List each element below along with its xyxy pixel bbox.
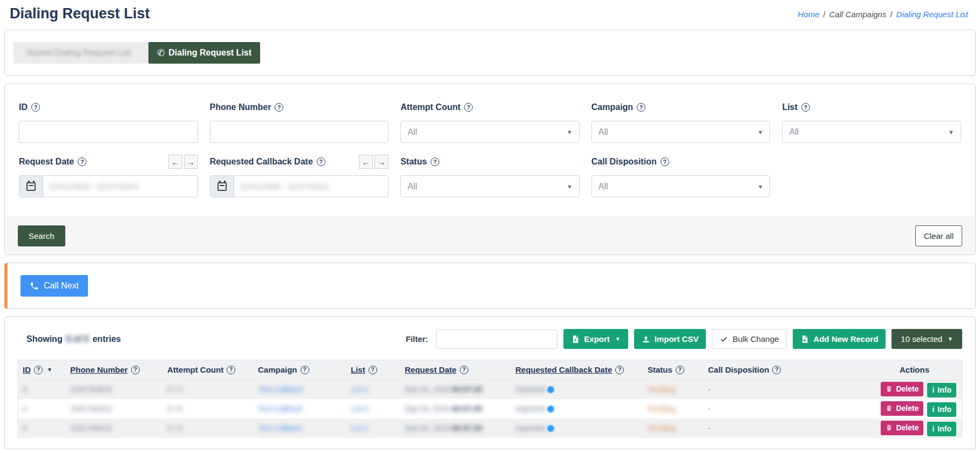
- phone-callback-icon: ✆: [157, 47, 165, 59]
- campaign-select[interactable]: All▼: [591, 121, 771, 143]
- id-input[interactable]: [19, 121, 198, 143]
- help-icon[interactable]: ?: [275, 103, 283, 112]
- cell-campaign-link[interactable]: Test Callback: [258, 385, 303, 394]
- add-new-record-button[interactable]: Add New Record: [793, 329, 886, 349]
- help-icon[interactable]: ?: [772, 366, 781, 374]
- info-button[interactable]: iInfo: [927, 383, 956, 397]
- breadcrumb-current-link[interactable]: Dialing Request List: [896, 10, 968, 19]
- help-icon[interactable]: ?: [301, 366, 309, 374]
- help-icon[interactable]: ?: [801, 103, 810, 112]
- breadcrumb: Home/Call Campaigns/Dialing Request List: [798, 5, 970, 19]
- tab-sorted-dialing-request-list[interactable]: Sorted Dialing Request List: [13, 42, 148, 64]
- callback-date-range-input[interactable]: 01/01/2000 - 02/27/2023: [210, 175, 389, 197]
- help-icon[interactable]: ?: [317, 157, 325, 166]
- campaign-label: Campaign: [591, 102, 633, 112]
- trash-icon: [886, 385, 893, 393]
- cell-campaign-link[interactable]: Test Callback: [258, 424, 303, 433]
- help-icon[interactable]: ?: [78, 157, 86, 166]
- cell-list-link[interactable]: List 2: [351, 404, 369, 413]
- request-date-range-input[interactable]: 01/01/2000 - 02/27/2023: [19, 175, 198, 197]
- trash-icon: [886, 404, 893, 412]
- cell-campaign-link[interactable]: Test Callback: [258, 404, 303, 413]
- status-select[interactable]: All▼: [400, 175, 580, 197]
- breadcrumb-home-link[interactable]: Home: [798, 10, 819, 19]
- status-label: Status: [400, 157, 427, 167]
- list-select[interactable]: All▼: [782, 121, 961, 143]
- column-header-request-date[interactable]: Request Date?: [400, 360, 511, 380]
- filter-field-attempt-count: Attempt Count? All▼: [400, 100, 580, 143]
- chevron-down-icon: ▼: [615, 336, 621, 342]
- bulk-change-label: Bulk Change: [732, 334, 779, 344]
- help-icon[interactable]: ?: [431, 157, 439, 166]
- cell-id: 3: [23, 385, 27, 394]
- disposition-select[interactable]: All▼: [591, 175, 771, 197]
- request-date-prev-button[interactable]: ←: [168, 155, 182, 169]
- column-header-status[interactable]: Status?: [643, 360, 704, 380]
- showing-entries: Showing 5 of 5 entries: [18, 334, 121, 344]
- breadcrumb-separator: /: [823, 10, 825, 19]
- filter-row-1: ID? Phone Number? Attempt Count? All▼ Ca…: [19, 100, 961, 143]
- help-icon[interactable]: ?: [661, 157, 669, 166]
- info-icon: i: [932, 424, 934, 433]
- import-csv-label: Import CSV: [655, 334, 699, 344]
- help-icon[interactable]: ?: [464, 103, 473, 112]
- column-header-campaign[interactable]: Campaign?: [254, 360, 346, 380]
- cell-status: Pending: [648, 424, 675, 433]
- cell-request-date: Sep 04, 2024: [405, 424, 450, 433]
- help-icon[interactable]: ?: [460, 366, 468, 374]
- export-button[interactable]: Export ▼: [563, 329, 628, 349]
- data-table: ID?▼ Phone Number? Attempt Count? Campai…: [18, 360, 962, 438]
- cell-status: Pending: [648, 385, 675, 394]
- page-size-dropdown[interactable]: 10 selected ▼: [891, 329, 962, 349]
- tab-dialing-request-list[interactable]: ✆ Dialing Request List: [148, 42, 260, 64]
- cell-list-link[interactable]: List 2: [351, 424, 369, 433]
- call-next-button[interactable]: Call Next: [21, 275, 88, 297]
- table-row[interactable]: 5 1541764015 0 / 0 Test Callback List 2 …: [18, 418, 962, 438]
- tab-active-label: Dialing Request List: [168, 48, 251, 58]
- help-icon[interactable]: ?: [369, 366, 377, 374]
- table-row[interactable]: 3 1541763815 0 / 0 Test Callback List 2 …: [18, 380, 962, 399]
- table-row[interactable]: 4 1541764312 0 / 0 Test Callback List 2 …: [18, 399, 962, 418]
- help-icon[interactable]: ?: [227, 366, 235, 374]
- request-date-next-button[interactable]: →: [184, 155, 198, 169]
- callback-date-prev-button[interactable]: ←: [359, 155, 373, 169]
- filter-label: Filter:: [406, 334, 428, 344]
- help-icon[interactable]: ?: [34, 366, 43, 374]
- attempt-count-select[interactable]: All▼: [400, 121, 580, 143]
- callback-date-next-button[interactable]: →: [375, 155, 389, 169]
- column-header-phone[interactable]: Phone Number?: [66, 360, 163, 380]
- column-header-callback-date[interactable]: Requested Callback Date?: [511, 360, 643, 380]
- delete-button[interactable]: Delete: [881, 382, 923, 396]
- table-filter-input[interactable]: [436, 330, 557, 349]
- help-icon[interactable]: ?: [131, 366, 140, 374]
- cell-list-link[interactable]: List 2: [351, 385, 369, 394]
- column-header-attempts[interactable]: Attempt Count?: [163, 360, 254, 380]
- delete-button[interactable]: Delete: [881, 421, 923, 435]
- bulk-change-button[interactable]: Bulk Change: [712, 329, 787, 349]
- cell-disposition: -: [708, 404, 711, 413]
- imported-badge-icon: [547, 386, 554, 393]
- column-header-id[interactable]: ID?▼: [18, 360, 66, 380]
- help-icon[interactable]: ?: [676, 366, 684, 374]
- info-button[interactable]: iInfo: [927, 402, 956, 417]
- delete-button[interactable]: Delete: [881, 401, 923, 416]
- cell-callback: Imported: [515, 424, 545, 433]
- search-button[interactable]: Search: [18, 225, 65, 246]
- calendar-icon[interactable]: [19, 176, 43, 197]
- phone-number-input[interactable]: [210, 121, 389, 143]
- filter-field-list: List? All▼: [782, 100, 961, 143]
- info-button[interactable]: iInfo: [927, 422, 956, 436]
- cell-attempts: 0 / 0: [167, 404, 182, 413]
- breadcrumb-separator: /: [890, 10, 892, 19]
- add-new-record-label: Add New Record: [813, 334, 878, 344]
- info-icon: i: [932, 386, 934, 394]
- column-header-disposition[interactable]: Call Disposition?: [704, 360, 806, 380]
- import-csv-button[interactable]: Import CSV: [634, 329, 706, 349]
- help-icon[interactable]: ?: [31, 103, 40, 112]
- column-header-list[interactable]: List?: [346, 360, 400, 380]
- clear-all-button[interactable]: Clear all: [915, 225, 962, 246]
- showing-prefix: Showing: [26, 334, 63, 344]
- help-icon[interactable]: ?: [615, 366, 624, 374]
- help-icon[interactable]: ?: [637, 103, 645, 112]
- calendar-icon[interactable]: [210, 176, 234, 197]
